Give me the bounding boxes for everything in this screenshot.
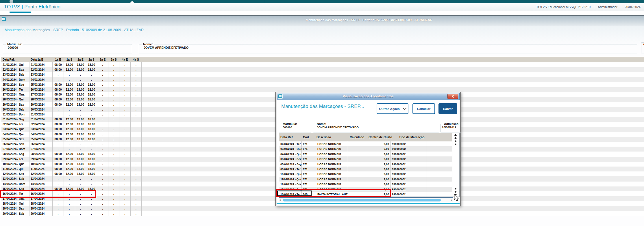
user-menu[interactable]: Administrador <box>594 5 621 9</box>
table-row-cell: 18.00 <box>86 92 97 97</box>
salvar-button[interactable]: Salvar <box>438 103 457 114</box>
table-row-cell: . <box>108 97 119 102</box>
modal-table-row-cell: 071 <box>302 141 316 146</box>
scroll-up-icon[interactable] <box>454 134 457 136</box>
nome-field[interactable]: JOVEM APRENDIZ EFETIVADO <box>144 46 637 49</box>
modal-table-row[interactable]: 08/04/2024 - Seg071HORAS NORMAIS9,009900… <box>279 162 452 167</box>
table-row-cell: . <box>86 142 97 147</box>
table-row-cell: . <box>108 117 119 122</box>
scroll-up-icon[interactable] <box>454 143 457 145</box>
table-row-cell: . <box>119 107 131 112</box>
scroll-right-icon[interactable] <box>451 199 452 201</box>
modal-v-scrollbar[interactable] <box>452 133 459 197</box>
table-row-cell: 13/04/2024 <box>29 176 53 181</box>
cancelar-button[interactable]: Cancelar <box>412 103 435 114</box>
table-row-cell: 13.00 <box>75 122 86 127</box>
scroll-up-icon[interactable] <box>454 137 457 139</box>
table-row-cell: 13.00 <box>75 152 86 156</box>
filler-cell <box>142 62 644 67</box>
table-row-cell: 08.00 <box>53 122 64 127</box>
table-row-cell: 08/04/2024 <box>29 152 53 156</box>
modal-table-row[interactable]: 12/04/2024 - Sex071HORAS NORMAIS9,009900… <box>279 182 452 186</box>
table-row-cell: 18/04/2024 - Qui <box>1 201 29 206</box>
window-icon[interactable] <box>2 17 6 21</box>
table-row-cell: 04/04/2024 <box>29 132 53 137</box>
table-row[interactable]: 26/03/2024 - Ter26/03/202408.0012.0013.0… <box>1 87 644 92</box>
modal-table-row-cell: 02/04/2024 - Ter <box>279 141 302 146</box>
table-row-cell: 07/04/2024 <box>29 147 53 152</box>
matricula-label: Matricula: <box>282 122 298 126</box>
scroll-down-icon[interactable] <box>454 191 457 193</box>
table-row-cell: . <box>75 176 86 181</box>
table-row-cell: 13.00 <box>75 117 86 122</box>
admissao-field[interactable]: 26/08/2019 <box>442 126 461 129</box>
table-row-cell: . <box>97 191 108 196</box>
table-row-cell: . <box>97 186 108 191</box>
modal-table-row-cell <box>427 162 452 167</box>
scroll-down-icon[interactable] <box>454 188 457 190</box>
modal-table-row[interactable]: 05/04/2024 - Sex071HORAS NORMAIS9,009900… <box>279 156 452 161</box>
table-row[interactable]: 22/03/2024 - Sex22/03/202408.0012.0013.0… <box>1 67 644 72</box>
close-button[interactable]: X <box>447 94 458 99</box>
table-row[interactable]: 20/04/2024 - Sab20/04/2024........ <box>1 211 644 216</box>
modal-table-row[interactable]: 09/04/2024 - Ter071HORAS NORMAIS9,009900… <box>279 167 452 171</box>
modal-table-row-cell: 9,00 <box>348 156 391 161</box>
table-row[interactable]: 19/04/2024 - Sex19/04/2024........ <box>1 206 644 211</box>
outras-acoes-button[interactable]: Outras Ações <box>377 103 408 114</box>
header-info: TOTVS Educacional MSSQL P122210 Administ… <box>533 3 644 11</box>
table-row[interactable]: 21/03/2024 - Qui21/03/202408.0012.0013.0… <box>1 62 644 67</box>
modal-table-header-cell: Calculado <box>349 133 367 141</box>
table-row-cell: . <box>97 82 108 87</box>
modal-titlebar[interactable]: Visualizaçäo dos Apontamentos X <box>277 93 460 100</box>
modal-table-header-cell: Data Ref. <box>279 133 302 141</box>
table-row-cell: . <box>97 122 108 127</box>
table-row-cell: . <box>108 67 119 72</box>
table-row-cell: 13.00 <box>75 137 86 142</box>
table-row-cell: . <box>75 142 86 147</box>
matricula-field[interactable]: 000000 <box>283 126 311 129</box>
environment-label[interactable]: TOTVS Educacional MSSQL P122210 <box>533 5 594 9</box>
table-row-cell: 13.00 <box>75 127 86 132</box>
table-row-cell: 20/04/2024 <box>29 211 53 216</box>
table-row-cell: . <box>97 102 108 107</box>
modal-table-row[interactable]: 04/04/2024 - Qui071HORAS NORMAIS9,009900… <box>279 152 452 156</box>
current-date[interactable]: 20/04/2024 <box>621 5 644 9</box>
table-row-cell: . <box>75 112 86 117</box>
table-row-cell: . <box>97 147 108 152</box>
table-row-cell: . <box>97 162 108 167</box>
table-row-cell: . <box>97 77 108 82</box>
scroll-up-icon[interactable] <box>454 140 457 142</box>
modal-table-row[interactable]: 02/04/2024 - Ter071HORAS NORMAIS9,009900… <box>279 141 452 146</box>
table-row[interactable]: 24/03/2024 - Dom24/03/2024........ <box>1 77 644 82</box>
table-row[interactable]: 23/03/2024 - Sab23/03/2024........ <box>1 72 644 77</box>
modal-table-row-cell <box>427 187 452 192</box>
modal-table-row-cell: 990000002 <box>391 192 427 197</box>
table-row-cell: . <box>108 112 119 117</box>
modal-table-row[interactable]: 10/04/2024 - Qua071HORAS NORMAIS9,009900… <box>279 171 452 176</box>
table-row-cell: 08.00 <box>53 127 64 132</box>
scroll-left-icon[interactable] <box>280 199 281 201</box>
table-row[interactable]: 25/03/2024 - Seg25/03/202408.0012.0013.0… <box>1 82 644 87</box>
matricula-field[interactable]: 000000 <box>8 46 132 49</box>
modal-table-row[interactable]: 11/04/2024 - Qui071HORAS NORMAIS9,009900… <box>279 177 452 182</box>
table-row-cell: 08.00 <box>53 162 64 167</box>
table-row-cell: . <box>119 152 131 156</box>
menu-tab-icon[interactable] <box>10 0 13 3</box>
modal-table-row-cell: 990000002 <box>391 177 427 182</box>
nome-field[interactable]: JOVEM APRENDIZ EFETIVADO <box>317 126 439 129</box>
table-row-cell: 19/04/2024 <box>29 206 53 211</box>
table-row-cell: . <box>108 201 119 206</box>
table-row-cell: 23/03/2024 <box>29 72 53 77</box>
modal-h-scrollbar[interactable] <box>279 197 453 202</box>
table-row-cell: . <box>75 206 86 211</box>
scrollbar-thumb[interactable] <box>283 199 441 201</box>
table-row-cell: . <box>119 77 131 82</box>
table-row-cell: . <box>53 77 64 82</box>
table-row-cell: . <box>131 117 142 122</box>
table-row-cell: . <box>75 107 86 112</box>
table-row-cell: . <box>108 72 119 77</box>
table-row-cell: . <box>108 191 119 196</box>
modal-table-row-cell <box>427 146 452 151</box>
table-row-cell: . <box>97 167 108 171</box>
modal-table-row[interactable]: 03/04/2024 - Qua071HORAS NORMAIS9,009900… <box>279 146 452 151</box>
